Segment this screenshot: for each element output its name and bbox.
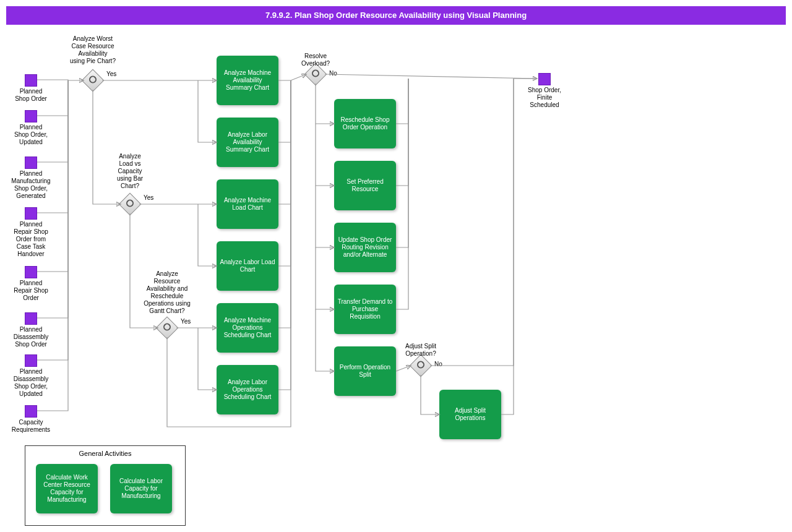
diagram-canvas: 7.9.9.2. Plan Shop Order Resource Availa… bbox=[0, 0, 792, 532]
activity-analyze-machine-ops-sched: Analyze Machine Operations Scheduling Ch… bbox=[217, 303, 278, 353]
branch-label-no: No bbox=[434, 361, 442, 367]
general-activities-title: General Activities bbox=[25, 446, 185, 457]
activity-analyze-labor-availability: Analyze Labor Availability Summary Chart bbox=[217, 118, 278, 167]
activity-adjust-split-ops: Adjust Split Operations bbox=[439, 390, 501, 439]
start-event-label: PlannedShop Order,Updated bbox=[9, 124, 53, 146]
page-title: 7.9.9.2. Plan Shop Order Resource Availa… bbox=[6, 6, 786, 25]
branch-label-yes: Yes bbox=[144, 194, 153, 201]
start-event bbox=[25, 312, 37, 325]
branch-label-no: No bbox=[329, 70, 337, 77]
gateway-label: Analyze WorstCase ResourceAvailabilityus… bbox=[62, 35, 124, 65]
gateway-adjust-split bbox=[410, 354, 433, 377]
activity-reschedule-op: Reschedule Shop Order Operation bbox=[334, 99, 396, 148]
gateway-label: AnalyzeResourceAvailability andReschedul… bbox=[130, 270, 204, 315]
activity-analyze-machine-availability: Analyze Machine Availability Summary Cha… bbox=[217, 56, 278, 105]
start-event-label: PlannedRepair ShopOrder fromCase TaskHan… bbox=[6, 221, 56, 258]
start-event bbox=[25, 207, 37, 220]
gateway-bar-chart bbox=[119, 193, 142, 216]
start-event bbox=[25, 74, 37, 87]
start-event bbox=[25, 266, 37, 278]
gateway-gantt-chart bbox=[156, 317, 179, 340]
gateway-label: AnalyzeLoad vsCapacityusing BarChart? bbox=[105, 153, 155, 190]
activity-analyze-labor-load: Analyze Labor Load Chart bbox=[217, 241, 278, 291]
gateway-label: Adjust SplitOperation? bbox=[396, 343, 446, 358]
start-event-label: CapacityRequirements bbox=[3, 419, 59, 434]
start-event bbox=[25, 354, 37, 367]
start-event-label: PlannedRepair ShopOrder bbox=[6, 280, 56, 302]
activity-set-preferred-resource: Set Preferred Resource bbox=[334, 161, 396, 210]
activity-perform-split: Perform Operation Split bbox=[334, 346, 396, 396]
start-event bbox=[25, 405, 37, 418]
activity-calc-labor-capacity: Calculate Labor Capacity for Manufacturi… bbox=[110, 464, 172, 513]
start-event-label: PlannedManufacturingShop Order,Generated bbox=[3, 170, 59, 200]
activity-analyze-labor-ops-sched: Analyze Labor Operations Scheduling Char… bbox=[217, 365, 278, 414]
end-event-label: Shop Order,FiniteScheduled bbox=[520, 87, 569, 109]
end-event bbox=[538, 73, 551, 85]
activity-calc-wc-capacity: Calculate Work Center Resource Capacity … bbox=[36, 464, 98, 513]
activity-transfer-demand: Transfer Demand to Purchase Requisition bbox=[334, 285, 396, 334]
start-event-label: PlannedShop Order bbox=[9, 88, 53, 103]
gateway-label: ResolveOverload? bbox=[294, 53, 337, 67]
activity-analyze-machine-load: Analyze Machine Load Chart bbox=[217, 179, 278, 229]
start-event-label: PlannedDisassemblyShop Order,Updated bbox=[6, 368, 56, 398]
start-event-label: PlannedDisassemblyShop Order bbox=[6, 326, 56, 348]
activity-update-routing: Update Shop Order Routing Revision and/o… bbox=[334, 223, 396, 272]
gateway-pie-chart bbox=[82, 69, 105, 92]
start-event bbox=[25, 157, 37, 169]
branch-label-yes: Yes bbox=[181, 318, 191, 325]
start-event bbox=[25, 110, 37, 122]
branch-label-yes: Yes bbox=[106, 71, 116, 77]
